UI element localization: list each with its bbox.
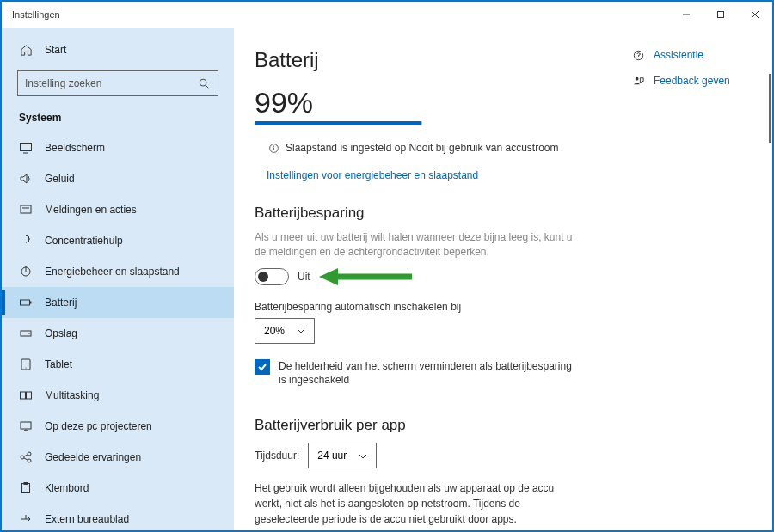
svg-point-15 bbox=[28, 333, 30, 334]
search-icon bbox=[197, 76, 211, 90]
chevron-down-icon bbox=[297, 326, 305, 335]
tablet-icon bbox=[19, 358, 33, 371]
sidebar-item-label: Klembord bbox=[45, 482, 89, 494]
battery-saver-toggle[interactable] bbox=[255, 268, 289, 285]
svg-rect-6 bbox=[21, 144, 32, 151]
sidebar-item-sound[interactable]: Geluid bbox=[2, 163, 234, 194]
sidebar-item-label: Meldingen en acties bbox=[45, 204, 137, 216]
svg-rect-1 bbox=[718, 12, 724, 18]
svg-point-36 bbox=[637, 58, 638, 58]
minimize-button[interactable] bbox=[669, 2, 703, 28]
battery-saver-description: Als u meer uit uw batterij wilt halen wa… bbox=[255, 230, 573, 260]
svg-line-24 bbox=[24, 455, 28, 456]
sidebar-nav: Beeldscherm Geluid Meldingen en acties C… bbox=[2, 132, 234, 530]
sleep-info-text: Slaapstand is ingesteld op Nooit bij geb… bbox=[286, 142, 559, 154]
projecting-icon bbox=[19, 419, 33, 433]
svg-line-25 bbox=[24, 458, 28, 460]
sidebar-item-remote-desktop[interactable]: Extern bureaublad bbox=[2, 504, 234, 530]
sidebar-item-label: Gedeelde ervaringen bbox=[45, 451, 141, 463]
sidebar-item-label: Tablet bbox=[45, 358, 72, 370]
sidebar-item-notifications[interactable]: Meldingen en acties bbox=[2, 194, 234, 225]
multitasking-icon bbox=[19, 388, 33, 402]
clipboard-icon bbox=[19, 481, 33, 495]
search-box[interactable] bbox=[17, 70, 218, 96]
time-period-value: 24 uur bbox=[317, 449, 347, 462]
svg-rect-18 bbox=[21, 392, 26, 399]
sidebar-item-focus-assist[interactable]: Concentratiehulp bbox=[2, 225, 234, 256]
lower-brightness-label: De helderheid van het scherm verminderen… bbox=[279, 359, 581, 388]
svg-point-37 bbox=[635, 76, 638, 80]
sidebar-item-battery[interactable]: Batterij bbox=[2, 287, 234, 318]
auto-enable-label: Batterijbesparing automatisch inschakele… bbox=[255, 301, 738, 313]
sidebar-item-label: Energiebeheer en slaapstand bbox=[45, 266, 180, 278]
sidebar-section-title: Systeem bbox=[2, 107, 234, 132]
sound-icon bbox=[19, 172, 33, 186]
main-content: Batterij 99% Slaapstand is ingesteld op … bbox=[234, 28, 772, 530]
toggle-knob bbox=[258, 272, 268, 282]
display-icon bbox=[19, 141, 33, 155]
auto-enable-value: 20% bbox=[264, 325, 285, 337]
help-icon bbox=[631, 48, 645, 62]
svg-point-17 bbox=[25, 367, 26, 368]
svg-point-21 bbox=[21, 456, 24, 459]
sidebar-item-label: Batterij bbox=[45, 297, 77, 309]
sleep-info: Slaapstand is ingesteld op Nooit bij geb… bbox=[255, 141, 738, 155]
remote-desktop-icon bbox=[19, 512, 33, 526]
help-link[interactable]: Assistentie bbox=[654, 49, 703, 61]
battery-progress-bar bbox=[255, 121, 422, 125]
side-panel: Assistentie Feedback geven bbox=[631, 48, 752, 100]
lower-brightness-checkbox[interactable] bbox=[255, 359, 270, 375]
info-icon bbox=[267, 141, 280, 155]
sidebar-item-label: Beeldscherm bbox=[45, 142, 105, 154]
window-title: Instellingen bbox=[12, 9, 60, 20]
svg-point-22 bbox=[28, 452, 31, 456]
window-controls bbox=[669, 2, 772, 28]
battery-progress-fill bbox=[255, 121, 421, 125]
scrollbar[interactable] bbox=[769, 74, 771, 143]
svg-rect-20 bbox=[21, 422, 31, 429]
sidebar-item-label: Geluid bbox=[45, 173, 75, 185]
annotation-arrow bbox=[319, 265, 414, 289]
sidebar-item-projecting[interactable]: Op deze pc projecteren bbox=[2, 411, 234, 442]
sidebar-item-label: Multitasking bbox=[45, 389, 99, 401]
svg-point-23 bbox=[28, 459, 31, 462]
svg-rect-8 bbox=[21, 205, 31, 213]
battery-icon bbox=[19, 296, 33, 309]
sidebar-item-label: Extern bureaublad bbox=[45, 513, 129, 525]
svg-rect-13 bbox=[30, 302, 32, 304]
sidebar: Start Systeem Beeldscherm Geluid Melding… bbox=[2, 28, 234, 530]
power-sleep-settings-link[interactable]: Instellingen voor energiebeheer en slaap… bbox=[267, 169, 478, 181]
svg-rect-12 bbox=[21, 300, 30, 305]
sidebar-item-label: Opslag bbox=[45, 327, 77, 339]
sidebar-item-power[interactable]: Energiebeheer en slaapstand bbox=[2, 256, 234, 287]
sidebar-home[interactable]: Start bbox=[2, 36, 234, 64]
notifications-icon bbox=[19, 203, 33, 217]
close-button[interactable] bbox=[738, 2, 772, 28]
sidebar-item-label: Concentratiehulp bbox=[45, 235, 123, 247]
time-period-select[interactable]: 24 uur bbox=[308, 443, 377, 468]
svg-rect-26 bbox=[22, 484, 30, 493]
storage-icon bbox=[19, 327, 33, 340]
search-input[interactable] bbox=[25, 77, 197, 89]
shared-icon bbox=[19, 450, 33, 464]
svg-point-32 bbox=[273, 145, 273, 146]
sidebar-item-clipboard[interactable]: Klembord bbox=[2, 473, 234, 504]
battery-saver-heading: Batterijbesparing bbox=[255, 205, 738, 222]
auto-enable-select[interactable]: 20% bbox=[255, 318, 315, 344]
chevron-down-icon bbox=[359, 451, 367, 461]
maximize-button[interactable] bbox=[703, 2, 738, 28]
time-period-label: Tijdsduur: bbox=[255, 449, 299, 462]
home-icon bbox=[19, 43, 33, 57]
sidebar-item-shared[interactable]: Gedeelde ervaringen bbox=[2, 442, 234, 473]
battery-usage-heading: Batterijverbruik per app bbox=[255, 417, 738, 434]
svg-line-5 bbox=[206, 85, 208, 88]
battery-saver-toggle-label: Uit bbox=[298, 271, 310, 283]
sidebar-item-tablet[interactable]: Tablet bbox=[2, 349, 234, 380]
sidebar-item-display[interactable]: Beeldscherm bbox=[2, 132, 234, 163]
sidebar-item-storage[interactable]: Opslag bbox=[2, 318, 234, 349]
svg-marker-34 bbox=[319, 268, 338, 285]
sidebar-home-label: Start bbox=[45, 44, 66, 56]
sidebar-item-multitasking[interactable]: Multitasking bbox=[2, 380, 234, 411]
feedback-link[interactable]: Feedback geven bbox=[654, 75, 730, 87]
svg-rect-19 bbox=[27, 392, 32, 399]
